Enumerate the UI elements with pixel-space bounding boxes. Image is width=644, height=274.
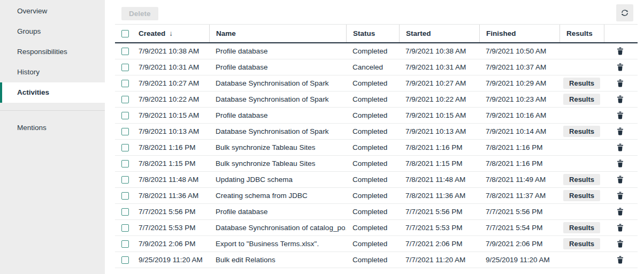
table-body: 7/9/2021 10:38 AMProfile databaseComplet… [115, 43, 638, 268]
results-button[interactable]: Results [563, 174, 600, 185]
row-checkbox-cell [115, 224, 134, 232]
status-cell: Completed [346, 47, 399, 55]
finished-cell: 7/9/2021 10:23 AM [479, 95, 559, 103]
results-button[interactable]: Results [563, 190, 600, 201]
finished-cell: 7/7/2021 5:54 PM [479, 224, 559, 232]
refresh-button[interactable] [616, 4, 633, 21]
status-cell: Completed [346, 79, 399, 87]
column-header-status[interactable]: Status [346, 25, 399, 42]
name-cell: Profile database [209, 63, 346, 71]
results-button[interactable]: Results [563, 78, 600, 89]
trash-icon[interactable] [617, 111, 624, 119]
sidebar-item-responsibilities[interactable]: Responsibilities [0, 42, 105, 62]
table-row: 7/8/2021 1:15 PMBulk synchronize Tableau… [115, 156, 638, 172]
table-header-row: Created ↓ Name Status Started Finished R… [115, 24, 638, 43]
trash-icon[interactable] [617, 159, 624, 168]
row-checkbox[interactable] [121, 128, 129, 135]
column-header-started[interactable]: Started [399, 25, 479, 42]
results-cell: Results [559, 174, 604, 185]
row-checkbox[interactable] [121, 160, 129, 168]
trash-icon[interactable] [617, 127, 624, 135]
actions-cell [604, 47, 638, 55]
results-button[interactable]: Results [563, 222, 600, 233]
row-checkbox-cell [115, 96, 134, 103]
results-cell: Results [559, 222, 604, 233]
sidebar-item-activities[interactable]: Activities [0, 82, 105, 103]
delete-button[interactable]: Delete [121, 7, 158, 20]
row-checkbox[interactable] [121, 192, 129, 200]
column-header-created[interactable]: Created ↓ [134, 25, 209, 42]
trash-icon[interactable] [617, 79, 624, 87]
results-button[interactable]: Results [563, 94, 600, 105]
table-row: 7/8/2021 11:36 AMCreating schema from JD… [115, 188, 638, 204]
created-cell: 7/9/2021 10:15 AM [134, 111, 209, 119]
row-checkbox[interactable] [121, 144, 129, 151]
row-checkbox[interactable] [121, 240, 129, 248]
trash-icon[interactable] [617, 256, 624, 264]
status-cell: Completed [346, 159, 399, 168]
column-header-finished[interactable]: Finished [479, 25, 559, 42]
results-button[interactable]: Results [563, 126, 600, 137]
table-row: 7/9/2021 10:13 AMDatabase Synchronisatio… [115, 124, 638, 140]
status-cell: Canceled [346, 63, 399, 71]
row-checkbox[interactable] [121, 48, 129, 55]
trash-icon[interactable] [617, 208, 624, 216]
results-button[interactable]: Results [563, 238, 600, 249]
sidebar-divider [0, 110, 105, 111]
started-cell: 7/9/2021 10:15 AM [399, 111, 479, 119]
trash-icon[interactable] [617, 63, 624, 71]
trash-icon[interactable] [617, 176, 624, 184]
actions-cell [604, 143, 638, 151]
status-cell: Completed [346, 143, 399, 151]
name-cell: Profile database [209, 208, 346, 216]
started-cell: 7/7/2021 5:53 PM [399, 224, 479, 232]
actions-cell [604, 63, 638, 71]
row-checkbox-cell [115, 144, 134, 151]
column-header-actions [604, 25, 638, 42]
sidebar-item-mentions[interactable]: Mentions [0, 118, 105, 138]
select-all-checkbox[interactable] [121, 30, 129, 37]
started-cell: 7/9/2021 10:22 AM [399, 95, 479, 103]
row-checkbox[interactable] [121, 208, 129, 216]
started-cell: 7/8/2021 1:16 PM [399, 143, 479, 151]
created-cell: 7/8/2021 11:36 AM [134, 192, 209, 200]
created-cell: 7/9/2021 2:06 PM [134, 240, 209, 248]
trash-icon[interactable] [617, 192, 624, 200]
row-checkbox-cell [115, 192, 134, 200]
trash-icon[interactable] [617, 95, 624, 103]
row-checkbox[interactable] [121, 224, 129, 232]
sidebar-item-groups[interactable]: Groups [0, 21, 105, 42]
refresh-icon [620, 9, 629, 17]
name-cell: Updating JDBC schema [209, 176, 346, 184]
name-cell: Bulk synchronize Tableau Sites [209, 159, 346, 168]
row-checkbox[interactable] [121, 64, 129, 71]
row-checkbox[interactable] [121, 256, 129, 264]
name-cell: Database Synchronisation of Spark [209, 79, 346, 87]
row-checkbox[interactable] [121, 112, 129, 119]
actions-cell [604, 127, 638, 135]
actions-cell [604, 256, 638, 264]
row-checkbox[interactable] [121, 176, 129, 184]
trash-icon[interactable] [617, 240, 624, 248]
sidebar-item-history[interactable]: History [0, 62, 105, 82]
column-header-created-label: Created [139, 29, 165, 37]
trash-icon[interactable] [617, 224, 624, 232]
row-checkbox-cell [115, 112, 134, 119]
sidebar-item-overview[interactable]: Overview [0, 1, 105, 21]
row-checkbox-cell [115, 128, 134, 135]
table-row: 7/9/2021 10:38 AMProfile databaseComplet… [115, 43, 638, 59]
trash-icon[interactable] [617, 143, 624, 151]
row-checkbox[interactable] [121, 80, 129, 87]
row-checkbox-cell [115, 240, 134, 248]
row-checkbox[interactable] [121, 96, 129, 103]
created-cell: 7/9/2021 10:31 AM [134, 63, 209, 71]
finished-cell: 7/9/2021 10:16 AM [479, 111, 559, 119]
row-checkbox-cell [115, 208, 134, 216]
created-cell: 7/9/2021 10:38 AM [134, 47, 209, 55]
created-cell: 7/7/2021 5:56 PM [134, 208, 209, 216]
row-checkbox-cell [115, 80, 134, 87]
column-header-name[interactable]: Name [209, 25, 346, 42]
results-cell: Results [559, 78, 604, 89]
table-row: 7/9/2021 10:27 AMDatabase Synchronisatio… [115, 75, 638, 92]
trash-icon[interactable] [617, 47, 624, 55]
